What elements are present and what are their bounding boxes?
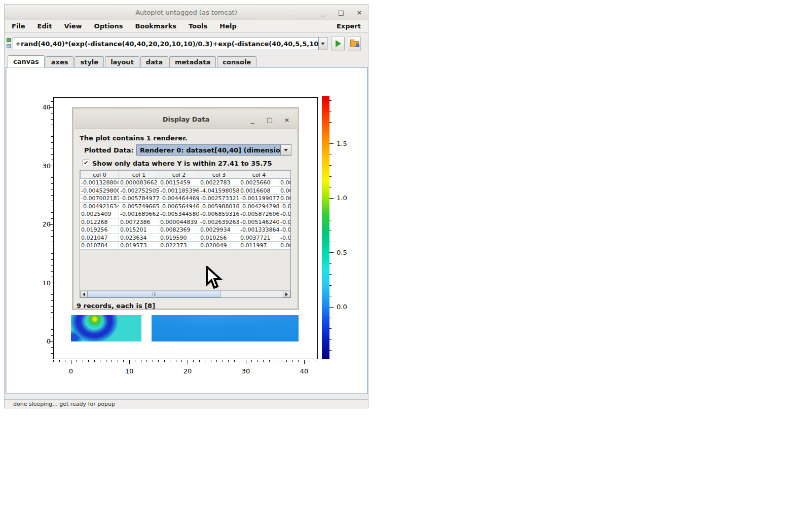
uri-dropdown-button[interactable] [318, 37, 327, 50]
table-cell[interactable]: 0.000044839 [159, 218, 199, 226]
table-cell[interactable]: 0.0082369 [159, 226, 199, 234]
table-cell[interactable]: 0.023634 [119, 234, 159, 242]
go-button[interactable] [331, 36, 345, 51]
table-cell[interactable]: -0.001328804... [80, 179, 119, 187]
table-cell[interactable]: 0.0015459 [159, 179, 199, 187]
table-cell[interactable]: 0.0072386 [119, 218, 159, 226]
menu-item-tools[interactable]: Tools [189, 22, 207, 30]
table-header-cell[interactable]: col 3 [199, 170, 239, 179]
table-cell[interactable]: 0.0025409 [80, 210, 119, 218]
table-header-cell[interactable] [279, 170, 291, 179]
dialog-close-icon[interactable]: × [283, 116, 290, 123]
tab-axes[interactable]: axes [46, 56, 74, 67]
data-table-scrollpane[interactable]: col 0col 1col 2col 3col 4-0.001328804...… [80, 170, 291, 298]
table-row[interactable]: -0.007002187...-0.005784977...-0.0044644… [80, 195, 291, 203]
filter-checkbox[interactable]: ✔ [83, 160, 89, 166]
table-cell[interactable]: 0.00 [279, 179, 291, 187]
table-cell[interactable]: -0.002752505... [119, 187, 159, 195]
dialog-maximize-icon[interactable]: □ [266, 116, 273, 123]
table-cell[interactable]: -0.004529800... [80, 187, 119, 195]
maximize-icon[interactable]: □ [338, 9, 345, 16]
tab-canvas[interactable]: canvas [8, 55, 45, 67]
tab-style[interactable]: style [75, 56, 104, 67]
dialog-minimize-icon[interactable]: _ [249, 116, 256, 123]
scroll-left-button[interactable] [80, 291, 88, 297]
table-header-cell[interactable]: col 2 [159, 170, 199, 179]
table-cell[interactable]: -0.001689662... [119, 210, 159, 218]
table-row[interactable]: -0.001328804...0.0000836620.00154590.002… [80, 179, 291, 187]
table-cell[interactable]: 0.019256 [80, 226, 119, 234]
table-header-cell[interactable]: col 1 [119, 170, 159, 179]
table-cell[interactable]: 0.000083662 [119, 179, 159, 187]
menu-item-file[interactable]: File [12, 22, 25, 30]
table-cell[interactable]: 0.00 [279, 195, 291, 203]
table-cell[interactable]: -0.002639263... [199, 218, 239, 226]
table-cell[interactable]: 0.020049 [199, 242, 239, 250]
table-cell[interactable]: -0.006564946... [159, 203, 199, 211]
plot-canvas[interactable]: 4030201000102030401.51.00.50.0 Display D… [6, 67, 368, 394]
minimize-icon[interactable]: _ [319, 9, 326, 16]
table-cell[interactable]: 0.022373 [159, 242, 199, 250]
tab-metadata[interactable]: metadata [169, 56, 216, 67]
table-cell[interactable]: 0.00 [279, 242, 291, 250]
horizontal-scrollbar[interactable] [80, 290, 290, 297]
table-cell[interactable]: 0.012268 [80, 218, 119, 226]
table-cell[interactable]: -0.005146240... [239, 218, 279, 226]
table-cell[interactable]: -0.006859316... [199, 210, 239, 218]
table-cell[interactable]: -0.004294298... [239, 203, 279, 211]
table-cell[interactable]: -0.005872606... [239, 210, 279, 218]
table-row[interactable]: -0.004529800...-0.002752505...-0.0011853… [80, 187, 291, 195]
table-cell[interactable]: 0.0025660 [239, 179, 279, 187]
table-cell[interactable]: -0.007002187... [80, 195, 119, 203]
table-cell[interactable]: 0.0029934 [199, 226, 239, 234]
table-row[interactable]: -0.004921634...-0.005749665...-0.0065649… [80, 203, 291, 211]
menu-item-options[interactable]: Options [94, 22, 123, 30]
combobox-arrow-button[interactable] [280, 145, 291, 155]
tab-data[interactable]: data [140, 56, 168, 67]
table-cell[interactable]: -0.001199077... [239, 195, 279, 203]
table-cell[interactable]: -0.004921634... [80, 203, 119, 211]
table-cell[interactable]: -0.005344580... [159, 210, 199, 218]
table-cell[interactable]: 0.0022783 [199, 179, 239, 187]
table-cell[interactable]: -0.005784977... [119, 195, 159, 203]
tab-console[interactable]: console [217, 56, 256, 67]
menu-item-view[interactable]: View [64, 22, 82, 30]
table-cell[interactable]: -0.005749665... [119, 203, 159, 211]
table-row[interactable]: 0.0122680.00723860.000044839-0.002639263… [80, 218, 291, 226]
table-cell[interactable]: 0.019590 [159, 234, 199, 242]
table-cell[interactable]: -0.002573321... [199, 195, 239, 203]
table-cell[interactable]: 0.010784 [80, 242, 119, 250]
tab-layout[interactable]: layout [105, 56, 139, 67]
table-row[interactable]: 0.0192560.0152010.00823690.0029934-0.001… [80, 226, 291, 234]
table-row[interactable]: 0.0025409-0.001689662...-0.005344580...-… [80, 210, 291, 218]
menu-item-bookmarks[interactable]: Bookmarks [135, 22, 177, 30]
table-header-cell[interactable]: col 0 [80, 170, 119, 179]
table-row[interactable]: 0.0210470.0236340.0195900.0102560.003772… [80, 234, 291, 242]
table-cell[interactable]: -0.0 [279, 203, 291, 211]
menu-item-edit[interactable]: Edit [38, 22, 52, 30]
table-cell[interactable]: -0.001185396... [159, 187, 199, 195]
table-cell[interactable]: 0.0016608 [239, 187, 279, 195]
table-cell[interactable]: -0.001333864... [239, 226, 279, 234]
table-cell[interactable]: -4.041598058... [199, 187, 239, 195]
table-header-cell[interactable]: col 4 [239, 170, 279, 179]
table-cell[interactable]: -0.0 [279, 234, 291, 242]
table-cell[interactable]: -0.004464469... [159, 195, 199, 203]
table-cell[interactable]: -0.005988016... [199, 203, 239, 211]
uri-input[interactable]: +rand(40,40)*(exp(-distance(40,40,20,20,… [13, 37, 319, 50]
expert-menu[interactable]: Expert [337, 22, 361, 30]
plotted-data-select[interactable]: Renderer 0: dataset[40,40] (dimension... [136, 144, 291, 156]
table-cell[interactable]: -0.0 [279, 210, 291, 218]
table-cell[interactable]: 0.00 [279, 187, 291, 195]
table-cell[interactable]: 0.0037721 [239, 234, 279, 242]
table-cell[interactable]: -0.0 [279, 218, 291, 226]
app-titlebar[interactable]: Autoplot untagged (as tomcat) _ □ × [5, 5, 368, 20]
table-row[interactable]: 0.0107840.0195730.0223730.0200490.011997… [80, 242, 291, 250]
scroll-right-button[interactable] [283, 291, 290, 297]
inspect-uri-button[interactable] [348, 36, 361, 51]
table-cell[interactable]: 0.010256 [199, 234, 239, 242]
table-cell[interactable]: 0.019573 [119, 242, 159, 250]
table-cell[interactable]: -0.0 [279, 226, 291, 234]
table-cell[interactable]: 0.015201 [119, 226, 159, 234]
scrollbar-thumb[interactable] [88, 291, 220, 297]
